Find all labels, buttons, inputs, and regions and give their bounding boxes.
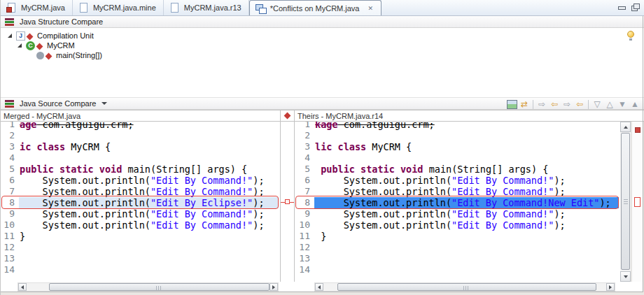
line-number: 11 — [1, 231, 15, 242]
tree-item-mycrm[interactable]: CMyCRM — [18, 41, 75, 50]
next-change-button[interactable]: ▼ — [616, 99, 629, 110]
code-token: ); — [253, 175, 264, 186]
line-number: 4 — [1, 152, 15, 164]
tree-item-main-string[interactable]: main(String[]) — [27, 50, 102, 60]
left-horizontal-scrollbar[interactable] — [18, 282, 279, 292]
scroll-left-button[interactable] — [315, 283, 323, 291]
code-line[interactable]: age com.atguigu.crm; — [20, 122, 134, 130]
maximize-icon[interactable] — [631, 3, 640, 10]
code-line[interactable]: System.out.println("Edit By Command!"); — [20, 220, 265, 231]
chevron-down-icon[interactable] — [102, 102, 107, 105]
line-number: 2 — [295, 130, 310, 141]
scroll-right-button[interactable] — [270, 283, 278, 291]
code-token: main(String[] args) { — [424, 164, 549, 175]
arrow-right-icon — [272, 285, 275, 289]
tab-conflicts-on-mycrm-java[interactable]: *Conflicts on MyCRM.java✕ — [249, 0, 382, 15]
tab-label: MyCRM.java.r13 — [184, 3, 241, 12]
overview-conflict-marker[interactable] — [634, 197, 640, 207]
code-line[interactable]: System.out.println("Edit By Command!"); — [315, 220, 566, 231]
code-token: "Edit By Command!" — [150, 220, 253, 231]
code-token: static — [59, 164, 94, 175]
code-line[interactable]: System.out.println("Edit By Command!"); — [315, 175, 566, 186]
next-difference-button[interactable]: ▽ — [591, 99, 603, 110]
code-token: System.out.println( — [315, 208, 451, 220]
code-line[interactable]: System.out.println("Edit By Command!"); — [20, 208, 265, 220]
copy-all-non-conflicting-from-right-to-left-button[interactable]: ⇦ — [548, 99, 561, 110]
conflict-diamond-icon — [36, 43, 43, 50]
code-token: ); — [554, 175, 565, 186]
tree-item-label: Compilation Unit — [37, 31, 94, 40]
expander-icon[interactable] — [18, 43, 22, 48]
tree-item-compilation-unit[interactable]: JCompilation Unit — [8, 31, 94, 41]
code-line[interactable]: } — [315, 231, 326, 242]
code-token: "Edit By Command!" — [150, 175, 253, 186]
vertical-scrollbar-thumb[interactable] — [621, 133, 630, 270]
line-number: 14 — [295, 264, 310, 275]
line-number: 11 — [295, 231, 310, 242]
compare-stack-icon — [5, 18, 14, 20]
tree-item-label: MyCRM — [47, 41, 75, 50]
previous-change-button[interactable]: ▲ — [629, 99, 641, 110]
code-token: ); — [554, 208, 565, 220]
code-token: System.out.println( — [20, 208, 150, 220]
code-token: static — [360, 164, 395, 175]
horizontal-scrollbar-thumb[interactable] — [337, 283, 596, 291]
scroll-up-button[interactable] — [620, 122, 631, 132]
code-token: System.out.println( — [315, 220, 451, 231]
vertical-scrollbar[interactable] — [620, 122, 631, 282]
expander-icon[interactable] — [8, 34, 12, 38]
arrow-left-icon — [21, 285, 24, 289]
code-token: MyCRM { — [65, 141, 111, 152]
code-line[interactable]: } — [20, 231, 25, 242]
right-horizontal-scrollbar[interactable] — [314, 282, 615, 292]
switch-compare-viewer-button[interactable] — [505, 99, 518, 110]
lightbulb-icon[interactable] — [627, 31, 634, 38]
code-line[interactable]: public static void main(String[] args) { — [20, 164, 247, 175]
copy-current-change-from-right-to-left-button[interactable]: ⇦ — [573, 99, 586, 110]
scroll-right-button[interactable] — [606, 283, 615, 291]
minimize-icon[interactable] — [617, 3, 626, 10]
code-line[interactable]: System.out.println("Edit By Command!"); — [315, 208, 566, 220]
file-icon — [169, 3, 180, 13]
line-number: 6 — [1, 175, 15, 186]
close-icon[interactable]: ✕ — [365, 4, 375, 13]
overview-ruler[interactable] — [631, 122, 643, 282]
conflict-diamond-icon — [284, 113, 291, 120]
code-token — [355, 164, 360, 175]
overview-summary-marker[interactable] — [635, 127, 640, 133]
merged-code-pane[interactable]: 1age com.atguigu.crm;23ic class MyCRM {4… — [1, 122, 281, 282]
code-token — [332, 141, 337, 152]
conflict-outline — [1, 196, 279, 209]
tab-mycrm-java-r13[interactable]: MyCRM.java.r13 — [164, 0, 249, 15]
swap-left-and-right-button[interactable]: ⇄ — [518, 99, 531, 110]
diff-connector-handle[interactable] — [285, 199, 290, 204]
code-line[interactable]: public static void main(String[] args) { — [315, 164, 548, 175]
code-line[interactable]: kage com.atguigu.crm; — [315, 122, 435, 130]
scroll-down-button[interactable] — [620, 271, 631, 282]
horizontal-scrollbar-thumb[interactable] — [49, 283, 270, 291]
conflict-diamond-icon — [46, 52, 52, 59]
tab-mycrm-java[interactable]: MyCRM.java — [1, 0, 73, 15]
scroll-left-button[interactable] — [18, 283, 27, 291]
copy-all-from-left-to-right-button[interactable]: ⇨ — [536, 99, 548, 110]
file-icon — [78, 3, 89, 13]
line-number: 9 — [1, 208, 15, 220]
copy-current-change-from-left-to-right-button[interactable]: ⇨ — [561, 99, 573, 110]
line-number: 10 — [1, 220, 15, 231]
code-line[interactable]: ic class MyCRM { — [20, 141, 111, 152]
tab-mycrm-java-mine[interactable]: MyCRM.java.mine — [73, 0, 164, 15]
code-token — [315, 164, 321, 175]
code-line[interactable]: lic class MyCRM { — [315, 141, 412, 152]
code-token: void — [400, 164, 424, 175]
source-compare-title[interactable]: Java Source Compare — [20, 99, 96, 108]
line-number: 10 — [295, 220, 310, 231]
theirs-code-pane[interactable]: 1kage com.atguigu.crm;23lic class MyCRM … — [294, 122, 620, 282]
code-token: ic — [20, 141, 31, 152]
class-icon: C — [26, 41, 35, 50]
java-cu-icon: J — [16, 31, 25, 41]
compare-editor-icon — [255, 3, 266, 13]
previous-difference-button[interactable]: △ — [603, 99, 616, 110]
code-line[interactable]: System.out.println("Edit By Command!"); — [20, 175, 265, 186]
code-token: ); — [253, 208, 264, 220]
code-token: public — [321, 164, 355, 175]
